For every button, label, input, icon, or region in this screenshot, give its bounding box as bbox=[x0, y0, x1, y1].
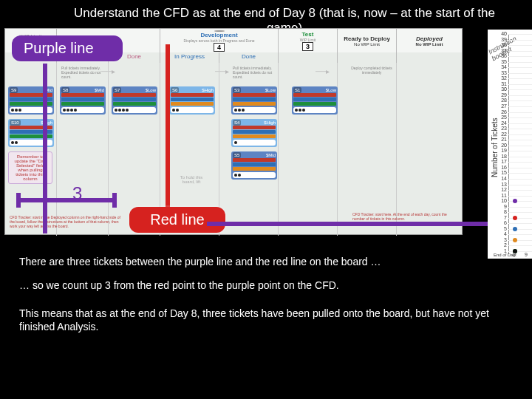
purple-line-label: Purple line bbox=[12, 35, 123, 61]
arrow-to-cfd bbox=[207, 222, 510, 226]
cfd-tick: 8 bbox=[497, 209, 507, 214]
cfd-tick: 27 bbox=[497, 103, 507, 109]
col-test-label: Test bbox=[302, 31, 314, 38]
body-p1: There are three tickets between the purp… bbox=[19, 256, 492, 269]
cfd-point bbox=[513, 216, 517, 220]
cfd-tick: 4 bbox=[497, 231, 507, 236]
count-between-value: 3 bbox=[72, 183, 82, 204]
wip-dev: 4 bbox=[214, 43, 225, 52]
ticket-s8: S8 $Mid bbox=[60, 86, 106, 115]
col-development: Development Displays across both In Prog… bbox=[160, 29, 279, 52]
cfd-tick: 34 bbox=[497, 64, 507, 69]
cfd-tick: 35 bbox=[497, 59, 507, 64]
red-vertical-line bbox=[166, 44, 170, 210]
ticket-s1: S1 $Low bbox=[292, 86, 338, 115]
cfd-tick: 31 bbox=[497, 81, 507, 86]
ticket-s6: S6 $High bbox=[169, 86, 215, 115]
cfd-chart: Instruction booklet Number of Tickets 40… bbox=[488, 30, 532, 259]
cfd-tick: 22 bbox=[497, 132, 507, 137]
purple-vertical-line bbox=[43, 64, 47, 233]
wip-deployed: No WIP Limit bbox=[416, 42, 443, 47]
cfd-tick: 32 bbox=[497, 75, 507, 81]
cfd-point bbox=[513, 238, 517, 242]
count-span-bar bbox=[16, 198, 117, 202]
cfd-tick: 39 bbox=[497, 37, 507, 42]
cfd-tick: 14 bbox=[497, 176, 507, 181]
wip-ready: No WIP Limit bbox=[354, 42, 380, 47]
col-ready: Ready to Deploy No WIP Limit bbox=[338, 29, 397, 52]
cfd-tick: 21 bbox=[497, 137, 507, 142]
cfd-tick: 25 bbox=[497, 115, 507, 120]
body-p3: This means that as at the end of Day 8, … bbox=[19, 307, 492, 333]
cfd-tick: 30 bbox=[497, 86, 507, 92]
cfd-tick: 40 bbox=[497, 31, 507, 36]
cfd-tick: 11 bbox=[497, 193, 507, 198]
cfd-tick: 7 bbox=[497, 215, 507, 220]
cfd-tick: 38 bbox=[497, 42, 507, 47]
cfd-tick: 20 bbox=[497, 143, 507, 148]
cfd-tick: 15 bbox=[497, 170, 507, 175]
cfd-tick: 23 bbox=[497, 126, 507, 131]
col-test: Test WIP Limit 3 bbox=[279, 29, 338, 52]
cfd-x9: 9 bbox=[525, 252, 528, 257]
cfd-tick: 13 bbox=[497, 182, 507, 187]
col-deployed: Deployed No WIP Limit bbox=[397, 29, 462, 52]
cfd-tick: 18 bbox=[497, 154, 507, 159]
cfd-tick: 16 bbox=[497, 165, 507, 170]
cfd-point bbox=[513, 199, 517, 203]
cfd-tick: 5 bbox=[497, 226, 507, 231]
col-deployed-label: Deployed bbox=[416, 35, 443, 42]
cfd-tick: 17 bbox=[497, 159, 507, 164]
cfd-x8: 8 bbox=[513, 252, 516, 257]
cfd-tick: 6 bbox=[497, 220, 507, 225]
cfd-tick: 28 bbox=[497, 98, 507, 103]
red-line-label: Red line bbox=[129, 207, 225, 233]
hold-note: To hold this board, lift bbox=[177, 175, 206, 184]
cfd-tick: 37 bbox=[497, 48, 507, 53]
cfd-tick: 12 bbox=[497, 187, 507, 192]
cfd-tick: 10 bbox=[497, 198, 507, 203]
cfd-point bbox=[513, 227, 517, 231]
cfd-tick: 24 bbox=[497, 120, 507, 126]
cfd-tick: 19 bbox=[497, 148, 507, 153]
cfd-tick: 26 bbox=[497, 109, 507, 115]
ticket-s5: S5 $Mid bbox=[231, 151, 277, 180]
sub-dev-done: Done bbox=[219, 52, 279, 63]
ticket-s4: S4 $High bbox=[231, 119, 277, 147]
wip-test: 3 bbox=[302, 42, 313, 51]
col-ready-label: Ready to Deploy bbox=[344, 35, 390, 42]
ticket-s3: S3 $Low bbox=[231, 86, 277, 115]
cfd-tick: 9 bbox=[497, 204, 507, 209]
tracker-left: CFD Tracker: start in the Deployed colum… bbox=[10, 215, 120, 228]
body-p2: … so we count up 3 from the red point to… bbox=[19, 279, 492, 293]
cfd-tick: 3 bbox=[497, 237, 507, 242]
tracker-right: CFD Tracker: start here. At the end of e… bbox=[352, 212, 456, 221]
cfd-tick: 29 bbox=[497, 92, 507, 98]
cfd-tick: 2 bbox=[497, 242, 507, 248]
ticket-s7: S7 $Low bbox=[112, 86, 157, 115]
cfd-tick: 36 bbox=[497, 53, 507, 58]
cfd-tick: 33 bbox=[497, 70, 507, 75]
col-dev-label: Development bbox=[200, 32, 237, 38]
